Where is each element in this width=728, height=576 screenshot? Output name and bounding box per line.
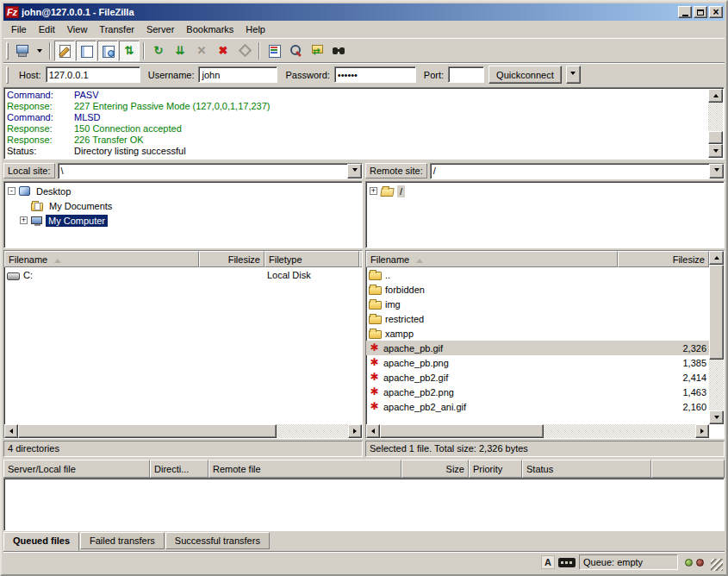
scroll-track[interactable] <box>708 103 723 144</box>
toolbar-grip[interactable] <box>6 42 9 59</box>
column-server-local-file[interactable]: Server/Local file <box>3 460 150 478</box>
expand-icon[interactable]: + <box>20 216 28 224</box>
arrow-up-icon <box>714 254 719 260</box>
toggle-remote-tree-button[interactable] <box>97 41 118 61</box>
tree-item-my-documents[interactable]: My Documents <box>8 198 362 213</box>
column-filename[interactable]: Filename <box>4 251 199 267</box>
scroll-right-button[interactable] <box>695 424 709 438</box>
site-manager-dropdown-button[interactable] <box>34 41 46 61</box>
file-row[interactable]: ✱apache_pb2_ani.gif 2,160 <box>366 399 709 414</box>
find-files-button[interactable] <box>328 41 349 61</box>
menu-help[interactable]: Help <box>240 22 271 36</box>
collapse-icon[interactable]: - <box>8 187 16 195</box>
scroll-thumb[interactable] <box>18 424 277 438</box>
tab-successful-transfers[interactable]: Successful transfers <box>165 532 270 549</box>
my-documents-icon <box>31 203 43 211</box>
filter-icon <box>288 43 303 59</box>
menu-edit[interactable]: Edit <box>33 22 61 36</box>
username-input[interactable] <box>198 66 277 83</box>
my-computer-icon <box>31 216 42 224</box>
column-priority[interactable]: Priority <box>469 460 522 478</box>
scroll-thumb[interactable] <box>709 265 724 360</box>
menu-transfer[interactable]: Transfer <box>93 22 140 36</box>
password-input[interactable] <box>334 66 416 83</box>
remote-horizontal-scrollbar[interactable] <box>366 424 709 438</box>
menu-view[interactable]: View <box>61 22 94 36</box>
filter-button[interactable] <box>285 41 306 61</box>
chevron-down-icon <box>352 168 358 174</box>
column-filename[interactable]: Filename <box>366 251 618 267</box>
tree-item-desktop[interactable]: - Desktop <box>8 184 362 198</box>
tab-queued-files[interactable]: Queued files <box>3 532 79 551</box>
port-input[interactable] <box>448 66 484 83</box>
scroll-right-button[interactable] <box>348 424 362 438</box>
scroll-up-button[interactable] <box>708 89 723 103</box>
menu-server[interactable]: Server <box>140 22 180 36</box>
file-row-c-drive[interactable]: C: Local Disk <box>4 267 362 282</box>
column-direction[interactable]: Directi... <box>150 460 208 478</box>
file-row[interactable]: restricted <box>366 311 709 326</box>
reconnect-button[interactable] <box>234 41 255 61</box>
scroll-down-button[interactable] <box>708 144 723 158</box>
file-row-selected[interactable]: ✱apache_pb.gif 2,326 <box>366 341 709 355</box>
tab-failed-transfers[interactable]: Failed transfers <box>80 532 165 549</box>
scroll-thumb[interactable] <box>708 131 723 144</box>
file-row[interactable]: ✱apache_pb2.png 1,463 <box>366 385 709 399</box>
column-filetype[interactable]: Filetype <box>264 251 359 267</box>
scroll-left-button[interactable] <box>366 424 380 438</box>
maximize-button[interactable] <box>694 6 707 18</box>
log-vertical-scrollbar[interactable] <box>708 89 723 158</box>
column-remote-file[interactable]: Remote file <box>208 460 401 478</box>
close-button[interactable]: × <box>709 6 723 18</box>
file-row[interactable]: xampp <box>366 326 709 341</box>
local-pane: Local site: \ - Desktop My Documents <box>3 161 363 457</box>
quickconnect-dropdown-button[interactable] <box>566 66 581 84</box>
local-horizontal-scrollbar[interactable] <box>4 424 362 438</box>
quickconnect-button[interactable]: Quickconnect <box>488 66 562 84</box>
scroll-up-button[interactable] <box>709 251 724 265</box>
queue-body[interactable] <box>3 478 725 531</box>
toggle-transfer-queue-button[interactable]: ⇅ <box>119 41 140 61</box>
column-status[interactable]: Status <box>522 460 651 478</box>
resize-grip[interactable] <box>711 559 723 571</box>
remote-site-dropdown-button[interactable] <box>709 164 724 178</box>
minimize-button[interactable] <box>678 6 692 18</box>
site-manager-button[interactable] <box>12 41 33 61</box>
column-filesize[interactable]: Filesize <box>618 251 709 267</box>
process-queue-button[interactable]: ⇊ <box>170 41 190 61</box>
remote-vertical-scrollbar[interactable] <box>709 251 724 424</box>
maximize-icon <box>697 9 704 16</box>
scroll-left-button[interactable] <box>4 424 18 438</box>
tree-item-my-computer[interactable]: + My Computer <box>8 213 362 228</box>
menu-bookmarks[interactable]: Bookmarks <box>180 22 240 36</box>
quickconnect-grip[interactable] <box>6 66 9 84</box>
column-filesize[interactable]: Filesize <box>199 251 264 267</box>
tree-item-root[interactable]: + / <box>370 184 724 198</box>
directory-comparison-button[interactable] <box>264 41 284 61</box>
synchronized-browsing-button[interactable] <box>307 41 327 61</box>
local-site-combobox[interactable]: \ <box>58 163 363 179</box>
file-row[interactable]: img <box>366 297 709 311</box>
disconnect-button[interactable]: ✖ <box>213 41 233 61</box>
file-row[interactable]: ✱apache_pb.png 1,385 <box>366 355 709 370</box>
local-site-dropdown-button[interactable] <box>347 164 362 178</box>
remote-site-combobox[interactable]: / <box>430 163 725 179</box>
file-row[interactable]: .. <box>366 267 709 282</box>
local-site-value: \ <box>59 166 347 176</box>
column-size[interactable]: Size <box>401 460 469 478</box>
toggle-message-log-button[interactable] <box>54 41 75 61</box>
file-row[interactable]: ✱apache_pb2.gif 2,414 <box>366 370 709 385</box>
cancel-button[interactable]: ✕ <box>191 41 212 61</box>
toggle-local-tree-button[interactable] <box>76 41 96 61</box>
host-input[interactable] <box>46 66 140 83</box>
scroll-track[interactable] <box>709 265 724 410</box>
menu-file[interactable]: File <box>5 22 33 36</box>
scroll-track[interactable] <box>18 424 348 438</box>
refresh-button[interactable]: ↻ <box>148 41 169 61</box>
scroll-thumb[interactable] <box>380 424 544 438</box>
scroll-track[interactable] <box>380 424 695 438</box>
expand-icon[interactable]: + <box>370 187 377 195</box>
file-row[interactable]: forbidden <box>366 282 709 297</box>
scroll-down-button[interactable] <box>709 410 724 424</box>
column-last-modified[interactable]: L <box>359 251 363 267</box>
